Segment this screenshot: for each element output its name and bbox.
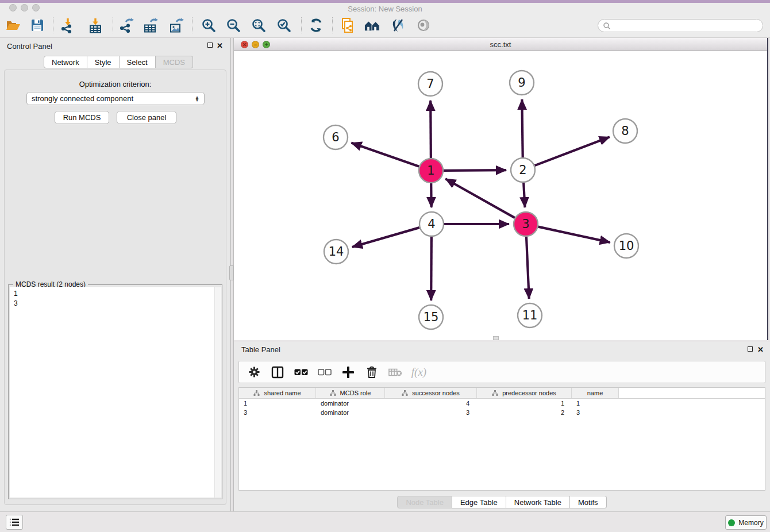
edge-3-1[interactable] bbox=[445, 179, 515, 218]
eye-icon[interactable] bbox=[415, 17, 432, 33]
zoom-in-icon[interactable] bbox=[201, 17, 217, 33]
tab-style[interactable]: Style bbox=[87, 56, 120, 68]
edge-2-9[interactable] bbox=[522, 99, 522, 157]
import-network-icon[interactable] bbox=[60, 17, 76, 33]
export-table-icon[interactable] bbox=[143, 17, 159, 33]
mcds-result-text[interactable]: 1 3 bbox=[10, 287, 221, 498]
node-label-6: 6 bbox=[332, 130, 339, 144]
mcds-result-group: MCDS result (2 nodes) 1 3 bbox=[8, 284, 222, 499]
cell-successor-nodes[interactable]: 3 bbox=[385, 409, 477, 416]
run-mcds-button[interactable]: Run MCDS bbox=[55, 111, 109, 124]
export-image-icon[interactable] bbox=[168, 17, 184, 33]
delete-table-icon bbox=[388, 365, 402, 379]
split-columns-icon[interactable] bbox=[271, 365, 284, 379]
home-view-icon[interactable] bbox=[364, 17, 380, 33]
zoom-out-icon[interactable] bbox=[225, 17, 241, 33]
criterion-dropdown[interactable]: strongly connected component ▲▼ bbox=[26, 92, 205, 105]
edge-4-15[interactable] bbox=[431, 237, 432, 300]
cell-name[interactable]: 1 bbox=[572, 400, 619, 407]
network-window-title: scc.txt bbox=[234, 40, 767, 49]
cell-MCDS-role[interactable]: dominator bbox=[316, 400, 385, 407]
node-label-14: 14 bbox=[329, 245, 344, 259]
edge-2-3[interactable] bbox=[523, 183, 525, 207]
task-history-button[interactable] bbox=[6, 515, 23, 530]
column-header-name[interactable]: name bbox=[572, 388, 619, 398]
import-table-icon[interactable] bbox=[87, 17, 103, 33]
column-header-predecessor-nodes[interactable]: predecessor nodes bbox=[477, 388, 572, 398]
table-close-icon[interactable]: ✕ bbox=[757, 347, 764, 353]
hierarchy-icon bbox=[330, 390, 336, 396]
float-panel-icon[interactable] bbox=[207, 43, 213, 48]
tab-node-table[interactable]: Node Table bbox=[397, 496, 452, 508]
table-tabs: Node TableEdge TableNetwork TableMotifs bbox=[234, 496, 770, 508]
hide-panel-icon[interactable] bbox=[390, 17, 406, 33]
optimization-criterion-label: Optimization criterion: bbox=[5, 80, 226, 88]
refresh-icon[interactable] bbox=[308, 17, 324, 33]
search-input[interactable] bbox=[598, 19, 763, 32]
clone-network-icon[interactable] bbox=[340, 17, 356, 33]
memory-button[interactable]: Memory bbox=[725, 515, 767, 530]
mcds-panel: Optimization criterion: strongly connect… bbox=[4, 70, 226, 505]
criterion-value: strongly connected component bbox=[32, 94, 133, 103]
result-scrollbar[interactable] bbox=[214, 287, 221, 498]
cell-predecessor-nodes[interactable]: 1 bbox=[477, 400, 572, 407]
deselect-all-checkboxes-icon[interactable] bbox=[318, 365, 332, 379]
tab-mcds[interactable]: MCDS bbox=[156, 56, 193, 68]
window-title: Session: New Session bbox=[0, 5, 770, 13]
toolbar-separator bbox=[301, 17, 302, 33]
edge-3-10[interactable] bbox=[538, 227, 610, 242]
network-window: ✕ − ＋ scc.txt 7968124314101511 bbox=[234, 38, 768, 340]
control-panel-tabs: NetworkStyleSelectMCDS bbox=[44, 56, 193, 68]
cell-predecessor-nodes[interactable]: 2 bbox=[477, 409, 572, 416]
add-row-icon[interactable] bbox=[341, 365, 355, 379]
edge-1-7[interactable] bbox=[430, 101, 431, 158]
node-label-8: 8 bbox=[621, 124, 629, 138]
close-panel-icon[interactable]: ✕ bbox=[217, 43, 223, 49]
tab-select[interactable]: Select bbox=[120, 56, 156, 68]
zoom-fit-icon[interactable] bbox=[251, 17, 267, 33]
tab-network-table[interactable]: Network Table bbox=[506, 496, 570, 508]
hierarchy-icon bbox=[402, 390, 408, 396]
zoom-selected-icon[interactable] bbox=[276, 17, 292, 33]
tab-motifs[interactable]: Motifs bbox=[570, 496, 607, 508]
table-header-row: shared nameMCDS rolesuccessor nodesprede… bbox=[239, 388, 765, 399]
save-session-icon[interactable] bbox=[29, 17, 45, 33]
node-label-4: 4 bbox=[428, 217, 435, 231]
column-header-MCDS-role[interactable]: MCDS role bbox=[316, 388, 385, 398]
network-graph-svg[interactable]: 7968124314101511 bbox=[234, 52, 768, 340]
table-float-icon[interactable] bbox=[748, 346, 753, 352]
close-panel-button[interactable]: Close panel bbox=[117, 111, 176, 124]
table-settings-icon[interactable] bbox=[247, 365, 261, 379]
table-row[interactable]: 3dominator323 bbox=[239, 408, 765, 417]
tab-edge-table[interactable]: Edge Table bbox=[452, 496, 506, 508]
hierarchy-icon bbox=[253, 390, 260, 396]
edge-3-11[interactable] bbox=[526, 237, 529, 299]
edge-1-6[interactable] bbox=[351, 143, 419, 167]
table-panel-title: Table Panel bbox=[241, 345, 280, 354]
main-toolbar bbox=[0, 13, 770, 38]
table-toolbar: f(x) bbox=[238, 361, 765, 383]
open-session-icon[interactable] bbox=[5, 17, 21, 33]
export-network-icon[interactable] bbox=[118, 17, 134, 33]
edge-4-14[interactable] bbox=[352, 228, 419, 247]
cell-shared-name[interactable]: 1 bbox=[239, 400, 316, 407]
horizontal-splitter-grip[interactable] bbox=[493, 336, 499, 340]
tab-network[interactable]: Network bbox=[44, 56, 87, 68]
control-panel: Control Panel ✕ NetworkStyleSelectMCDS O… bbox=[0, 38, 230, 511]
node-label-7: 7 bbox=[426, 77, 434, 91]
cell-name[interactable]: 3 bbox=[572, 409, 619, 416]
cell-successor-nodes[interactable]: 4 bbox=[385, 400, 477, 407]
cell-MCDS-role[interactable]: dominator bbox=[316, 409, 385, 416]
delete-rows-icon[interactable] bbox=[365, 365, 379, 379]
edge-2-8[interactable] bbox=[535, 137, 610, 165]
edge-1-2[interactable] bbox=[444, 170, 506, 171]
vertical-splitter-grip[interactable] bbox=[229, 265, 234, 280]
column-header-successor-nodes[interactable]: successor nodes bbox=[385, 388, 477, 398]
cell-shared-name[interactable]: 3 bbox=[239, 409, 316, 416]
network-window-titlebar[interactable]: ✕ − ＋ scc.txt bbox=[234, 38, 767, 51]
select-all-checkboxes-icon[interactable] bbox=[294, 365, 308, 379]
memory-status-icon bbox=[728, 519, 735, 526]
toolbar-separator bbox=[53, 17, 53, 33]
column-header-shared-name[interactable]: shared name bbox=[239, 388, 316, 398]
table-row[interactable]: 1dominator411 bbox=[239, 399, 765, 408]
